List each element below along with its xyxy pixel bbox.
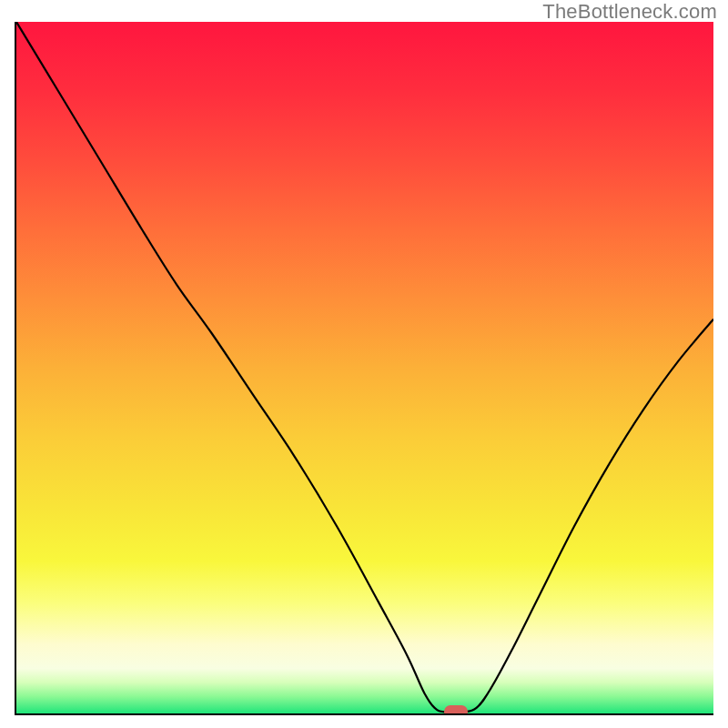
x-axis — [15, 713, 713, 715]
gradient-background — [16, 22, 713, 713]
plot-svg — [16, 22, 713, 713]
optimal-marker — [444, 705, 468, 713]
chart-frame — [0, 7, 728, 728]
plot-area — [16, 22, 713, 713]
